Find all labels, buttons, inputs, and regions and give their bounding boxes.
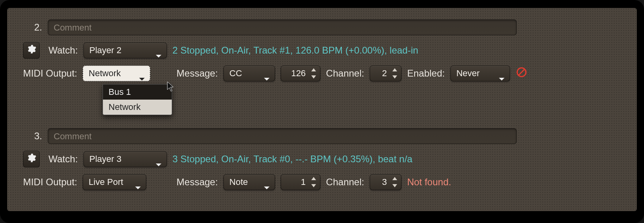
channel-label: Channel: — [326, 68, 364, 79]
mouse-cursor-icon — [166, 81, 176, 92]
gear-icon — [26, 153, 37, 165]
settings-button[interactable] — [23, 151, 40, 167]
midi-output-select[interactable]: Network — [83, 65, 150, 81]
svg-line-1 — [518, 69, 525, 75]
midi-output-dropdown: Bus 1 Network — [103, 84, 172, 115]
spinner-arrows-icon — [392, 68, 398, 79]
error-text: Not found. — [407, 177, 451, 188]
channel-spinbox[interactable]: 2 — [370, 65, 402, 81]
watch-label: Watch: — [48, 154, 78, 165]
message-number-spinbox[interactable]: 1 — [281, 174, 320, 190]
section-index: 2. — [23, 22, 42, 33]
watch-label: Watch: — [48, 45, 78, 56]
dropdown-option-selected[interactable]: Network — [103, 100, 172, 115]
midi-row: MIDI Output: Network Message: CC 126 Cha… — [23, 64, 621, 83]
watch-value: Player 2 — [89, 45, 122, 55]
dropdown-option[interactable]: Bus 1 — [103, 85, 172, 100]
channel-value: 3 — [382, 177, 387, 187]
comment-input[interactable]: Comment — [48, 19, 517, 35]
chevron-down-icon — [264, 71, 270, 76]
watch-value: Player 3 — [89, 154, 122, 164]
chevron-down-icon — [135, 180, 141, 185]
message-type-value: Note — [229, 177, 248, 187]
channel-label: Channel: — [326, 177, 364, 188]
enabled-select[interactable]: Never — [450, 65, 510, 81]
midi-row: MIDI Output: Live Port Message: Note 1 C… — [23, 173, 621, 191]
section-header-row: 2. Comment — [23, 18, 621, 37]
message-type-value: CC — [229, 68, 242, 78]
disabled-icon — [516, 66, 528, 81]
chevron-down-icon — [155, 48, 162, 53]
chevron-down-icon — [499, 71, 505, 76]
message-label: Message: — [177, 68, 218, 79]
midi-output-label: MIDI Output: — [23, 177, 77, 188]
watch-select[interactable]: Player 2 — [83, 42, 167, 58]
message-type-select[interactable]: Note — [223, 174, 275, 190]
spinner-arrows-icon — [392, 177, 398, 187]
watch-row: Watch: Player 3 3 Stopped, On-Air, Track… — [23, 150, 621, 168]
settings-button[interactable] — [23, 42, 40, 59]
midi-output-value: Live Port — [89, 177, 123, 187]
enabled-value: Never — [456, 68, 480, 78]
midi-output-select[interactable]: Live Port — [83, 174, 146, 190]
spinner-arrows-icon — [310, 177, 317, 187]
watch-select[interactable]: Player 3 — [83, 151, 167, 167]
message-label: Message: — [177, 177, 218, 188]
message-number-value: 126 — [291, 68, 306, 78]
section-header-row: 3. Comment — [23, 127, 621, 145]
comment-input[interactable]: Comment — [48, 128, 517, 144]
message-number-value: 1 — [301, 177, 306, 187]
midi-output-label: MIDI Output: — [23, 68, 77, 79]
window-frame: 2. Comment Watch: Player 2 2 Stopped, On… — [0, 0, 644, 223]
spinner-arrows-icon — [310, 68, 317, 79]
chevron-down-icon — [264, 180, 270, 185]
enabled-label: Enabled: — [407, 68, 445, 79]
chevron-down-icon — [139, 71, 145, 76]
message-type-select[interactable]: CC — [223, 65, 275, 81]
channel-spinbox[interactable]: 3 — [370, 174, 402, 190]
midi-output-value: Network — [89, 68, 121, 78]
midi-mapping-panel: 2. Comment Watch: Player 2 2 Stopped, On… — [7, 8, 637, 211]
gear-icon — [26, 44, 37, 57]
channel-value: 2 — [382, 68, 387, 78]
section-index: 3. — [23, 131, 42, 142]
watch-row: Watch: Player 2 2 Stopped, On-Air, Track… — [23, 41, 621, 60]
message-number-spinbox[interactable]: 126 — [281, 65, 320, 81]
watch-status: 3 Stopped, On-Air, Track #0, --.- BPM (+… — [173, 154, 413, 165]
watch-status: 2 Stopped, On-Air, Track #1, 126.0 BPM (… — [173, 45, 418, 56]
chevron-down-icon — [155, 157, 162, 161]
